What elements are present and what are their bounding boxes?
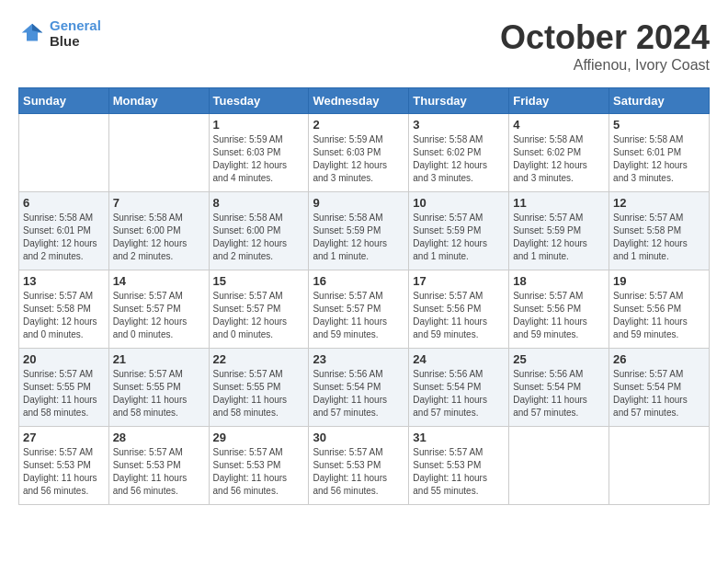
calendar-cell: 13Sunrise: 5:57 AM Sunset: 5:58 PM Dayli… (19, 270, 109, 349)
calendar-cell: 1Sunrise: 5:59 AM Sunset: 6:03 PM Daylig… (209, 114, 309, 192)
calendar-cell: 29Sunrise: 5:57 AM Sunset: 5:53 PM Dayli… (209, 427, 309, 505)
day-number: 30 (313, 431, 404, 444)
day-info: Sunrise: 5:57 AM Sunset: 5:53 PM Dayligh… (413, 446, 505, 498)
calendar-week-row: 20Sunrise: 5:57 AM Sunset: 5:55 PM Dayli… (19, 349, 710, 427)
calendar-cell: 18Sunrise: 5:57 AM Sunset: 5:56 PM Dayli… (509, 270, 609, 349)
day-info: Sunrise: 5:57 AM Sunset: 5:58 PM Dayligh… (613, 212, 705, 263)
calendar-week-row: 6Sunrise: 5:58 AM Sunset: 6:01 PM Daylig… (19, 192, 710, 270)
logo-icon (18, 20, 46, 48)
day-info: Sunrise: 5:56 AM Sunset: 5:54 PM Dayligh… (413, 368, 505, 419)
calendar-cell: 26Sunrise: 5:57 AM Sunset: 5:54 PM Dayli… (609, 349, 710, 427)
day-number: 25 (513, 352, 605, 366)
calendar-cell: 3Sunrise: 5:58 AM Sunset: 6:02 PM Daylig… (409, 114, 509, 192)
calendar-cell: 7Sunrise: 5:58 AM Sunset: 6:00 PM Daylig… (108, 192, 209, 270)
day-number: 11 (513, 196, 605, 210)
day-number: 3 (413, 118, 505, 132)
calendar-cell: 19Sunrise: 5:57 AM Sunset: 5:56 PM Dayli… (609, 270, 710, 349)
day-info: Sunrise: 5:57 AM Sunset: 5:57 PM Dayligh… (213, 290, 305, 341)
day-number: 10 (413, 196, 505, 210)
month-title: October 2024 (500, 18, 710, 57)
calendar-cell: 16Sunrise: 5:57 AM Sunset: 5:57 PM Dayli… (309, 270, 409, 349)
day-info: Sunrise: 5:57 AM Sunset: 5:54 PM Dayligh… (613, 368, 705, 419)
day-number: 5 (613, 118, 705, 132)
day-info: Sunrise: 5:57 AM Sunset: 5:56 PM Dayligh… (413, 290, 505, 341)
weekday-header-thursday: Thursday (409, 88, 509, 114)
calendar-cell (19, 114, 109, 192)
calendar-week-row: 13Sunrise: 5:57 AM Sunset: 5:58 PM Dayli… (19, 270, 710, 349)
day-info: Sunrise: 5:58 AM Sunset: 5:59 PM Dayligh… (313, 212, 404, 263)
day-number: 12 (613, 196, 705, 210)
day-number: 18 (513, 274, 605, 288)
logo: General Blue (18, 18, 101, 49)
day-number: 9 (313, 196, 404, 210)
day-info: Sunrise: 5:57 AM Sunset: 5:58 PM Dayligh… (23, 290, 105, 341)
day-number: 17 (413, 274, 505, 288)
day-info: Sunrise: 5:58 AM Sunset: 6:00 PM Dayligh… (213, 212, 305, 263)
day-info: Sunrise: 5:57 AM Sunset: 5:56 PM Dayligh… (513, 290, 605, 341)
day-number: 20 (23, 352, 105, 366)
day-number: 27 (23, 431, 105, 444)
day-number: 23 (313, 352, 404, 366)
title-block: October 2024 Affienou, Ivory Coast (500, 18, 710, 74)
calendar-cell: 25Sunrise: 5:56 AM Sunset: 5:54 PM Dayli… (509, 349, 609, 427)
day-number: 6 (23, 196, 105, 210)
calendar-cell: 22Sunrise: 5:57 AM Sunset: 5:55 PM Dayli… (209, 349, 309, 427)
calendar-cell: 21Sunrise: 5:57 AM Sunset: 5:55 PM Dayli… (108, 349, 209, 427)
logo-text-line1: General Blue (50, 18, 101, 49)
calendar-cell (509, 427, 609, 505)
day-info: Sunrise: 5:57 AM Sunset: 5:57 PM Dayligh… (113, 290, 205, 341)
calendar-cell: 4Sunrise: 5:58 AM Sunset: 6:02 PM Daylig… (509, 114, 609, 192)
day-info: Sunrise: 5:57 AM Sunset: 5:53 PM Dayligh… (23, 446, 105, 498)
day-number: 13 (23, 274, 105, 288)
weekday-header-saturday: Saturday (609, 88, 710, 114)
day-number: 31 (413, 431, 505, 444)
day-number: 22 (213, 352, 305, 366)
weekday-header-tuesday: Tuesday (209, 88, 309, 114)
day-info: Sunrise: 5:57 AM Sunset: 5:55 PM Dayligh… (213, 368, 305, 419)
calendar-cell: 23Sunrise: 5:56 AM Sunset: 5:54 PM Dayli… (309, 349, 409, 427)
calendar-cell: 15Sunrise: 5:57 AM Sunset: 5:57 PM Dayli… (209, 270, 309, 349)
day-number: 24 (413, 352, 505, 366)
day-number: 4 (513, 118, 605, 132)
page-header: General Blue October 2024 Affienou, Ivor… (18, 18, 710, 74)
weekday-header-wednesday: Wednesday (309, 88, 409, 114)
day-info: Sunrise: 5:56 AM Sunset: 5:54 PM Dayligh… (513, 368, 605, 419)
weekday-header-monday: Monday (108, 88, 209, 114)
day-info: Sunrise: 5:59 AM Sunset: 6:03 PM Dayligh… (313, 133, 404, 185)
calendar-cell: 27Sunrise: 5:57 AM Sunset: 5:53 PM Dayli… (19, 427, 109, 505)
day-info: Sunrise: 5:57 AM Sunset: 5:56 PM Dayligh… (613, 290, 705, 341)
day-number: 2 (313, 118, 404, 132)
day-number: 1 (213, 118, 305, 132)
day-info: Sunrise: 5:58 AM Sunset: 6:02 PM Dayligh… (513, 133, 605, 185)
calendar-cell: 28Sunrise: 5:57 AM Sunset: 5:53 PM Dayli… (108, 427, 209, 505)
calendar-table: SundayMondayTuesdayWednesdayThursdayFrid… (18, 87, 710, 505)
day-number: 7 (113, 196, 205, 210)
calendar-cell (609, 427, 710, 505)
calendar-cell: 10Sunrise: 5:57 AM Sunset: 5:59 PM Dayli… (409, 192, 509, 270)
day-info: Sunrise: 5:56 AM Sunset: 5:54 PM Dayligh… (313, 368, 404, 419)
day-number: 14 (113, 274, 205, 288)
day-number: 16 (313, 274, 404, 288)
day-number: 8 (213, 196, 305, 210)
day-info: Sunrise: 5:57 AM Sunset: 5:55 PM Dayligh… (23, 368, 105, 419)
calendar-cell: 8Sunrise: 5:58 AM Sunset: 6:00 PM Daylig… (209, 192, 309, 270)
day-info: Sunrise: 5:58 AM Sunset: 6:01 PM Dayligh… (23, 212, 105, 263)
day-info: Sunrise: 5:57 AM Sunset: 5:53 PM Dayligh… (213, 446, 305, 498)
weekday-header-sunday: Sunday (19, 88, 109, 114)
day-info: Sunrise: 5:57 AM Sunset: 5:57 PM Dayligh… (313, 290, 404, 341)
calendar-cell (108, 114, 209, 192)
calendar-cell: 6Sunrise: 5:58 AM Sunset: 6:01 PM Daylig… (19, 192, 109, 270)
day-number: 28 (113, 431, 205, 444)
calendar-cell: 30Sunrise: 5:57 AM Sunset: 5:53 PM Dayli… (309, 427, 409, 505)
day-number: 26 (613, 352, 705, 366)
calendar-cell: 9Sunrise: 5:58 AM Sunset: 5:59 PM Daylig… (309, 192, 409, 270)
calendar-cell: 14Sunrise: 5:57 AM Sunset: 5:57 PM Dayli… (108, 270, 209, 349)
weekday-header-friday: Friday (509, 88, 609, 114)
calendar-week-row: 1Sunrise: 5:59 AM Sunset: 6:03 PM Daylig… (19, 114, 710, 192)
calendar-cell: 17Sunrise: 5:57 AM Sunset: 5:56 PM Dayli… (409, 270, 509, 349)
calendar-cell: 20Sunrise: 5:57 AM Sunset: 5:55 PM Dayli… (19, 349, 109, 427)
day-number: 29 (213, 431, 305, 444)
day-info: Sunrise: 5:58 AM Sunset: 6:00 PM Dayligh… (113, 212, 205, 263)
calendar-cell: 24Sunrise: 5:56 AM Sunset: 5:54 PM Dayli… (409, 349, 509, 427)
calendar-week-row: 27Sunrise: 5:57 AM Sunset: 5:53 PM Dayli… (19, 427, 710, 505)
